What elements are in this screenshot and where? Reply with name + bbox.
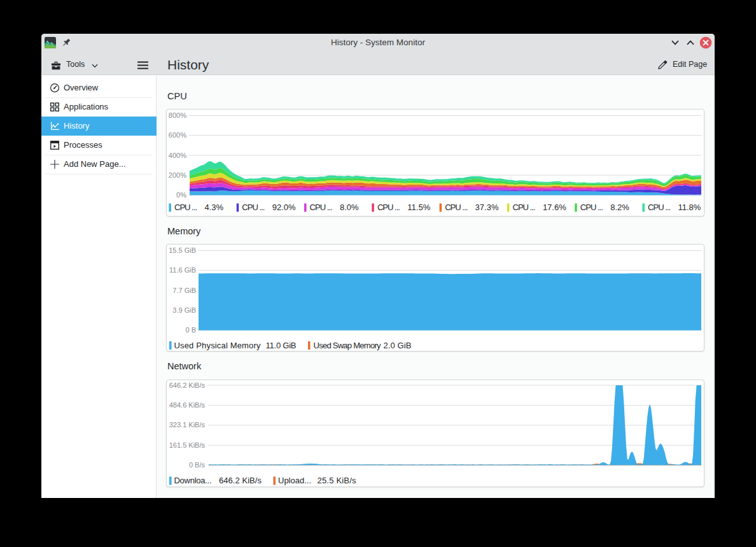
svg-text:646.2 KiB/s: 646.2 KiB/s bbox=[169, 381, 206, 389]
svg-text:CPU ...: CPU ... bbox=[377, 202, 400, 212]
svg-text:0 B: 0 B bbox=[185, 326, 196, 334]
svg-text:11.8%: 11.8% bbox=[678, 202, 701, 212]
svg-text:92.0%: 92.0% bbox=[272, 202, 296, 212]
svg-text:323.1 KiB/s: 323.1 KiB/s bbox=[169, 421, 206, 429]
svg-text:646.2 KiB/s: 646.2 KiB/s bbox=[219, 476, 262, 485]
svg-text:Used Physical Memory: Used Physical Memory bbox=[174, 341, 262, 350]
svg-text:2.0 GiB: 2.0 GiB bbox=[384, 341, 412, 350]
svg-text:CPU ...: CPU ... bbox=[580, 202, 603, 212]
svg-text:0 B/s: 0 B/s bbox=[189, 461, 206, 469]
svg-text:CPU ...: CPU ... bbox=[242, 202, 265, 212]
svg-text:11.0 GiB: 11.0 GiB bbox=[266, 341, 297, 350]
svg-text:161.5 KiB/s: 161.5 KiB/s bbox=[169, 441, 206, 449]
svg-text:37.3%: 37.3% bbox=[475, 202, 499, 212]
svg-text:11.5%: 11.5% bbox=[407, 202, 430, 212]
svg-text:Used Swap Memory: Used Swap Memory bbox=[314, 341, 382, 350]
svg-text:8.2%: 8.2% bbox=[610, 202, 629, 212]
svg-text:11.6 GiB: 11.6 GiB bbox=[169, 266, 196, 274]
svg-text:CPU ...: CPU ... bbox=[310, 202, 333, 212]
svg-text:25.5 KiB/s: 25.5 KiB/s bbox=[318, 476, 357, 485]
svg-text:CPU ...: CPU ... bbox=[648, 202, 671, 212]
svg-text:CPU ...: CPU ... bbox=[513, 202, 536, 212]
svg-text:800%: 800% bbox=[169, 111, 186, 119]
svg-text:200%: 200% bbox=[169, 171, 186, 179]
svg-text:3.9 GiB: 3.9 GiB bbox=[172, 306, 196, 314]
svg-text:Downloa...: Downloa... bbox=[174, 476, 212, 485]
svg-text:400%: 400% bbox=[169, 152, 186, 159]
svg-text:0%: 0% bbox=[176, 191, 186, 199]
svg-text:CPU ...: CPU ... bbox=[445, 202, 468, 212]
svg-text:17.6%: 17.6% bbox=[543, 202, 566, 212]
svg-text:484.6 KiB/s: 484.6 KiB/s bbox=[169, 401, 206, 409]
svg-text:4.3%: 4.3% bbox=[204, 202, 223, 212]
svg-text:CPU ...: CPU ... bbox=[174, 202, 197, 212]
svg-text:8.0%: 8.0% bbox=[340, 202, 359, 212]
svg-text:Upload...: Upload... bbox=[278, 476, 311, 485]
svg-text:15.5 GiB: 15.5 GiB bbox=[169, 246, 196, 254]
svg-text:600%: 600% bbox=[169, 131, 186, 139]
svg-text:7.7 GiB: 7.7 GiB bbox=[172, 287, 196, 294]
